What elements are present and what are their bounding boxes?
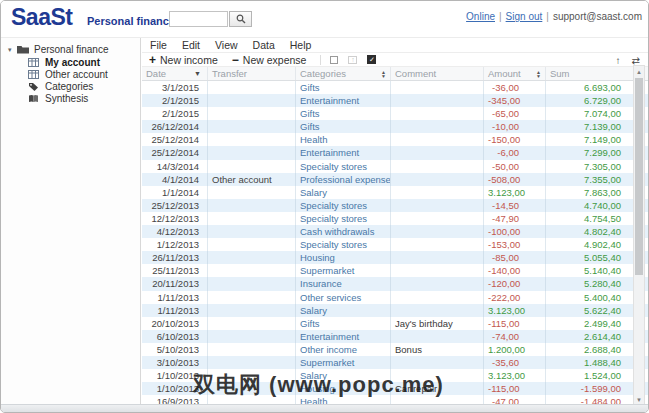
table-row[interactable]: 5/10/2013 Other income Bonus 1.200,00 2.… (142, 343, 649, 356)
table-row[interactable]: 14/3/2014 Specialty stores -50,00 7.305,… (142, 160, 649, 173)
refresh-icon[interactable]: ⇄ (632, 55, 640, 66)
app-window: SaaSt Personal finance▾ Online|Sign out|… (0, 0, 649, 413)
tree-expander-icon[interactable]: ▾ (8, 46, 17, 54)
table-row[interactable]: 3/1/2015 Gifts -36,00 6.693,00 (142, 81, 649, 94)
tag-icon (28, 82, 41, 92)
import-up-icon[interactable]: ↑ (616, 55, 621, 66)
cell-categories: Specialty stores (296, 199, 391, 212)
checkbox-checked-icon[interactable]: ✓ (367, 55, 376, 64)
table-row[interactable]: 20/11/2013 Insurance -120,00 5.280,40 (142, 277, 649, 290)
online-link[interactable]: Online (466, 11, 495, 22)
cell-categories: Other income (296, 343, 391, 356)
column-label: Transfer (212, 68, 291, 79)
folder-icon (17, 45, 30, 55)
table-row[interactable]: 25/12/2014 Entertainment -6,00 7.299,00 (142, 146, 649, 159)
table-row[interactable]: 2/1/2015 Gifts -65,00 7.074,00 (142, 107, 649, 120)
account-selector-label: Personal finance (87, 15, 175, 27)
cell-date: 5/10/2013 (142, 343, 208, 356)
new-expense-button[interactable]: − New expense (232, 53, 307, 67)
table-row[interactable]: 6/10/2013 Entertainment -74,00 2.614,40 (142, 330, 649, 343)
table-row[interactable]: 25/12/2013 Specialty stores -14,50 4.740… (142, 199, 649, 212)
cell-comment (391, 356, 484, 369)
table-row[interactable]: 4/1/2014 Other account Professional expe… (142, 173, 649, 186)
sidebar-item-categories[interactable]: Categories (1, 81, 140, 92)
sidebar-item-other-account[interactable]: Other account (1, 69, 140, 80)
column-header-date[interactable]: Date ▼ (142, 67, 208, 80)
table-row[interactable]: 4/12/2013 Cash withdrawals -100,00 4.802… (142, 225, 649, 238)
menu-help[interactable]: Help (290, 39, 312, 51)
table-row[interactable]: 2/1/2015 Entertainment -345,00 6.729,00 (142, 94, 649, 107)
cell-comment (391, 81, 484, 94)
account-table-icon (28, 58, 41, 68)
table-row[interactable]: 3/10/2013 Supermarket -35,60 1.488,40 (142, 356, 649, 369)
cell-comment (391, 251, 484, 264)
cell-date: 14/3/2014 (142, 160, 208, 173)
cell-categories: Professional expenses (296, 173, 391, 186)
cell-categories: Supermarket (296, 264, 391, 277)
column-label: Categories (300, 68, 379, 79)
column-header-comment[interactable]: Comment (391, 67, 484, 80)
cell-amount: -222,00 (484, 291, 546, 304)
menu-view[interactable]: View (215, 39, 238, 51)
cell-transfer (208, 212, 296, 225)
link-separator: | (546, 11, 549, 22)
table-row[interactable]: 12/12/2013 Specialty stores -47,90 4.754… (142, 212, 649, 225)
bottom-edge (1, 404, 648, 412)
cell-amount: -120,00 (484, 277, 546, 290)
new-income-button[interactable]: + New income (149, 53, 218, 67)
table-row[interactable]: 1/12/2013 Specialty stores -153,00 4.902… (142, 238, 649, 251)
cell-date: 1/12/2013 (142, 238, 208, 251)
cell-transfer (208, 146, 296, 159)
scrollbar-thumb[interactable] (635, 78, 643, 275)
tree-root-personal-finance[interactable]: ▾ Personal finance (1, 43, 140, 56)
table-row[interactable]: 25/12/2014 Health -150,00 7.149,00 (142, 133, 649, 146)
cell-date: 2/1/2015 (142, 94, 208, 107)
cell-date: 1/10/2013 (142, 382, 208, 395)
table-row[interactable]: 1/10/2013 Housing Car repair -115,00 -1.… (142, 382, 649, 395)
cell-date: 1/11/2013 (142, 291, 208, 304)
sidebar: ▾ Personal finance My account Other acco… (1, 38, 141, 406)
cell-comment (391, 277, 484, 290)
cell-transfer (208, 382, 296, 395)
cell-date: 20/11/2013 (142, 277, 208, 290)
cell-amount: -100,00 (484, 225, 546, 238)
cell-date: 2/1/2015 (142, 107, 208, 120)
cell-categories: Housing (296, 251, 391, 264)
cell-transfer (208, 238, 296, 251)
column-header-amount[interactable]: Amount ▲▼ (484, 67, 546, 80)
search-button[interactable] (229, 11, 252, 27)
cell-categories: Housing (296, 382, 391, 395)
cell-categories: Gifts (296, 81, 391, 94)
table-row[interactable]: 1/10/2013 Salary 3.123,00 1.524,00 (142, 369, 649, 382)
menu-data[interactable]: Data (253, 39, 275, 51)
cell-transfer (208, 277, 296, 290)
cell-comment: Jay's birthday (391, 317, 484, 330)
menu-edit[interactable]: Edit (182, 39, 200, 51)
table-row[interactable]: 1/1/2014 Salary 3.123,00 7.863,00 (142, 186, 649, 199)
cell-transfer (208, 304, 296, 317)
table-row[interactable]: 25/11/2013 Supermarket -140,00 5.140,40 (142, 264, 649, 277)
column-header-transfer[interactable]: Transfer (208, 67, 296, 80)
cell-amount: -35,60 (484, 356, 546, 369)
square-outline-icon[interactable] (330, 56, 338, 64)
table-row[interactable]: 1/11/2013 Salary 3.123,00 5.622,40 (142, 304, 649, 317)
cell-comment (391, 238, 484, 251)
cell-date: 3/1/2015 (142, 81, 208, 94)
column-header-categories[interactable]: Categories ▲▼ (296, 67, 391, 80)
sidebar-item-synthesis[interactable]: Synthesis (1, 93, 140, 104)
table-row[interactable]: 20/10/2013 Gifts Jay's birthday -115,00 … (142, 317, 649, 330)
cell-comment (391, 133, 484, 146)
support-email: support@saast.com (553, 11, 642, 22)
cell-comment (391, 212, 484, 225)
menu-file[interactable]: File (150, 39, 167, 51)
search-input[interactable] (169, 11, 228, 27)
scroll-up-icon[interactable]: ▲ (634, 66, 644, 77)
table-row[interactable]: 1/11/2013 Other services -222,00 5.400,4… (142, 291, 649, 304)
cell-amount: -85,00 (484, 251, 546, 264)
table-row[interactable]: 26/12/2014 Gifts -10,00 7.139,00 (142, 120, 649, 133)
vertical-scrollbar[interactable]: ▲ ▼ (633, 65, 645, 406)
sign-out-link[interactable]: Sign out (506, 11, 543, 22)
table-row[interactable]: 26/11/2013 Housing -85,00 5.055,40 (142, 251, 649, 264)
cell-transfer (208, 225, 296, 238)
sidebar-item-my-account[interactable]: My account (1, 57, 140, 68)
